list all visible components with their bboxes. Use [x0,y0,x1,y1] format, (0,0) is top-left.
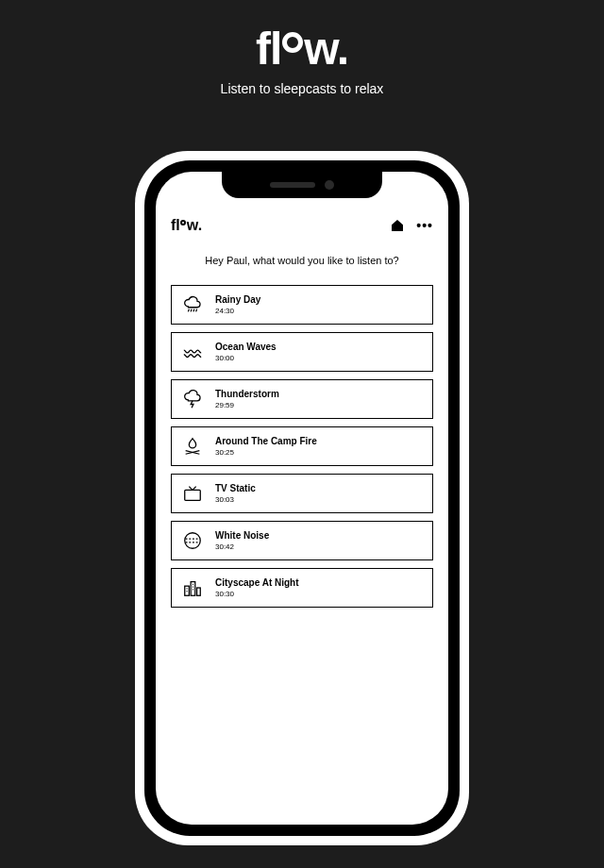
more-icon[interactable]: ••• [416,218,433,233]
app-logo-post: w. [187,217,202,234]
list-item[interactable]: TV Static 30:03 [171,474,433,513]
list-item[interactable]: White Noise 30:42 [171,521,433,560]
city-icon [181,576,204,599]
app-screen: fl w. ••• Hey Paul, what would you like … [156,172,448,825]
item-title: TV Static [215,483,256,493]
app-logo-o-icon [180,220,186,225]
svg-rect-10 [197,588,201,595]
item-title: Around The Camp Fire [215,436,317,446]
item-title: Rainy Day [215,294,260,305]
hero-logo-o-icon [282,32,303,53]
campfire-icon [181,435,204,458]
hero-logo: fl w. [256,26,348,72]
item-title: Thunderstorm [215,389,279,399]
item-duration: 29:59 [215,401,279,409]
item-title: Ocean Waves [215,342,277,352]
hero-logo-post: w. [304,26,348,72]
waves-icon [181,341,204,363]
item-title: Cityscape At Night [215,577,299,588]
device-notch [222,172,382,198]
greeting-text: Hey Paul, what would you like to listen … [171,255,433,266]
item-duration: 30:25 [215,448,317,457]
phone-mockup: fl w. ••• Hey Paul, what would you like … [135,151,469,845]
item-duration: 30:42 [215,542,269,551]
hero-logo-pre: fl [256,26,281,72]
app-header: fl w. ••• [171,217,433,234]
list-item[interactable]: Around The Camp Fire 30:25 [171,426,433,466]
svg-line-0 [188,309,189,312]
thunder-icon [181,388,204,410]
svg-line-3 [196,309,197,312]
item-title: White Noise [215,530,269,541]
svg-line-2 [193,309,194,312]
item-duration: 24:30 [215,307,260,315]
tv-icon [181,482,204,505]
item-duration: 30:30 [215,590,299,598]
item-duration: 30:00 [215,354,277,362]
list-item[interactable]: Cityscape At Night 30:30 [171,568,433,608]
app-logo: fl w. [171,217,202,234]
item-duration: 30:03 [215,495,256,504]
hero: fl w. Listen to sleepcasts to relax [0,0,604,96]
list-item[interactable]: Ocean Waves 30:00 [171,332,433,372]
cloud-rain-icon [181,293,204,316]
hero-tagline: Listen to sleepcasts to relax [0,81,604,96]
svg-rect-6 [185,490,201,500]
app-logo-pre: fl [171,217,180,234]
svg-point-7 [185,533,201,549]
list-item[interactable]: Thunderstorm 29:59 [171,379,433,419]
svg-line-1 [191,309,192,312]
home-icon[interactable] [390,218,405,233]
white-noise-icon [181,529,204,552]
sleepcast-list: Rainy Day 24:30 [171,285,433,608]
list-item[interactable]: Rainy Day 24:30 [171,285,433,325]
